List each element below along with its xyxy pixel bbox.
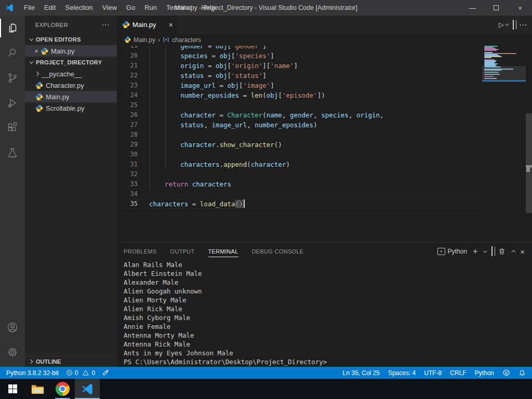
start-button[interactable]	[0, 379, 25, 399]
run-debug-activity-button[interactable]	[0, 90, 25, 115]
close-window-button[interactable]: ×	[508, 0, 532, 16]
chrome-taskbar-button[interactable]	[50, 379, 75, 399]
run-python-file-button[interactable]: ▷	[499, 21, 508, 29]
code-line-33[interactable]: 33 return characters	[117, 179, 482, 189]
python-interpreter-status[interactable]: Python 3.8.2 32-bit	[6, 369, 59, 377]
file-tree-item-main.py[interactable]: Main.py	[25, 91, 117, 102]
close-panel-icon[interactable]: ×	[520, 247, 525, 256]
minimize-button[interactable]: —	[460, 0, 484, 16]
code-line-29[interactable]: 29 character.show_character()	[117, 140, 482, 150]
split-terminal-button[interactable]	[491, 247, 493, 256]
vscode-taskbar-button[interactable]	[75, 379, 100, 399]
menu-item-go[interactable]: Go	[122, 0, 140, 16]
code-line-26[interactable]: 26 character = Character(name, gender, s…	[117, 110, 482, 120]
code-line-28[interactable]: 28	[117, 130, 482, 140]
code-line-24[interactable]: 24 number_eposides = len(obj['episode'])	[117, 90, 482, 100]
maximize-button[interactable]	[484, 0, 508, 16]
launch-status[interactable]	[102, 369, 110, 377]
maximize-panel-icon[interactable]	[511, 250, 515, 254]
python-file-icon	[122, 21, 130, 29]
text-cursor	[244, 200, 245, 208]
notifications-button[interactable]	[518, 369, 526, 377]
terminal-dropdown-icon[interactable]	[484, 249, 487, 252]
code-line-35[interactable]: 35characters = load_data()	[117, 199, 482, 209]
search-activity-button[interactable]	[0, 41, 25, 65]
code-line-19[interactable]: 19 gender = obj['gender']	[117, 46, 482, 51]
menu-item-run[interactable]: Run	[140, 0, 162, 16]
file-name: Scrollable.py	[46, 104, 84, 112]
code-line-22[interactable]: 22 status = obj['status']	[117, 71, 482, 81]
code-line-27[interactable]: 27 status, image_url, number_eposides)	[117, 120, 482, 130]
problems-status[interactable]: 0 0	[66, 369, 95, 377]
line-number: 32	[117, 169, 138, 179]
code-line-25[interactable]: 25	[117, 100, 482, 110]
code-line-30[interactable]: 30	[117, 150, 482, 159]
eol-status[interactable]: CRLF	[450, 369, 466, 377]
indentation-status[interactable]: Spaces: 4	[388, 369, 416, 377]
scrollbar-thumb[interactable]	[526, 113, 532, 213]
explorer-title: EXPLORER	[35, 22, 68, 28]
activity-bar	[0, 16, 25, 367]
menu-item-file[interactable]: File	[19, 0, 39, 16]
open-editors-section-header[interactable]: OPEN EDITORS	[25, 34, 117, 45]
code-line-20[interactable]: 20 species = obj['species']	[117, 51, 482, 61]
panel-tabs: PROBLEMSOUTPUTTERMINALDEBUG CONSOLE	[124, 246, 317, 257]
code-line-31[interactable]: 31 characters.append(character)	[117, 159, 482, 169]
status-bar-right: Ln 35, Col 25 Spaces: 4 UTF-8 CRLF Pytho…	[343, 369, 532, 377]
terminal-line: Alien Morty Male	[124, 296, 532, 304]
file-tree-item-scrollable.py[interactable]: Scrollable.py	[25, 102, 117, 114]
project-directory-section-header[interactable]: PROJECT_DIRECTORY	[25, 57, 117, 68]
code-line-23[interactable]: 23 image_url = obj['image']	[117, 81, 482, 90]
breadcrumb-file[interactable]: Main.py	[134, 36, 155, 44]
file-name: __pycache__	[42, 70, 82, 78]
new-terminal-button[interactable]: +	[473, 247, 477, 256]
terminal-output[interactable]: Alan Rails MaleAlbert Einstein MaleAlexa…	[124, 260, 532, 367]
extensions-activity-button[interactable]	[0, 115, 25, 140]
code-text: species = obj['species']	[138, 51, 274, 61]
testing-activity-button[interactable]	[0, 140, 25, 165]
minimap[interactable]	[482, 46, 526, 242]
terminal-line: Antenna Rick Male	[124, 340, 532, 349]
code-editor[interactable]: 19 gender = obj['gender']20 species = ob…	[117, 46, 532, 242]
chrome-icon	[56, 382, 70, 396]
file-tree-item-__pycache__[interactable]: __pycache__	[25, 68, 117, 79]
settings-button[interactable]	[0, 340, 25, 365]
menu-item-edit[interactable]: Edit	[39, 0, 60, 16]
file-tree-item-character.py[interactable]: Character.py	[25, 79, 117, 91]
window-title: Main.py - Project_Directory - Visual Stu…	[175, 4, 357, 11]
tab-mainpy[interactable]: Main.py ×	[117, 16, 177, 34]
accounts-button[interactable]	[0, 315, 25, 340]
split-editor-button[interactable]	[513, 20, 514, 30]
encoding-status[interactable]: UTF-8	[424, 369, 442, 377]
editor-scrollbar[interactable]	[526, 46, 532, 242]
code-text: character.show_character()	[138, 140, 282, 150]
panel-tab-debug-console[interactable]: DEBUG CONSOLE	[252, 246, 304, 257]
breadcrumb-symbol[interactable]: characters	[172, 36, 201, 44]
kill-terminal-trash-icon[interactable]	[498, 248, 506, 255]
code-line-34[interactable]: 34	[117, 189, 482, 199]
menu-item-view[interactable]: View	[98, 0, 122, 16]
more-actions-button[interactable]: ⋯	[519, 20, 527, 30]
code-line-32[interactable]: 32	[117, 169, 482, 179]
terminal-shell-picker[interactable]: > Python	[437, 248, 467, 255]
outline-section-header[interactable]: OUTLINE	[25, 356, 117, 367]
open-editor-item-mainpy[interactable]: × Main.py	[25, 45, 117, 57]
panel-tab-problems[interactable]: PROBLEMS	[124, 246, 157, 257]
menu-item-selection[interactable]: Selection	[60, 0, 97, 16]
source-control-activity-button[interactable]	[0, 65, 25, 90]
close-editor-icon[interactable]: ×	[32, 47, 41, 55]
terminal-line: PS C:\Users\Administrator\Desktop\Projec…	[124, 357, 532, 366]
explorer-activity-button[interactable]	[0, 16, 25, 41]
file-explorer-taskbar-button[interactable]	[25, 379, 50, 399]
line-number: 30	[117, 150, 138, 159]
panel-tab-output[interactable]: OUTPUT	[170, 246, 195, 257]
views-more-actions-button[interactable]: ⋯	[102, 20, 110, 30]
breadcrumb-separator: ›	[158, 36, 160, 44]
bell-icon	[518, 369, 526, 377]
cursor-position-status[interactable]: Ln 35, Col 25	[343, 369, 380, 377]
language-mode-status[interactable]: Python	[475, 369, 494, 377]
feedback-button[interactable]	[502, 369, 510, 377]
close-tab-icon[interactable]: ×	[169, 21, 173, 29]
code-line-21[interactable]: 21 origin = obj['origin']['name']	[117, 61, 482, 71]
panel-tab-terminal[interactable]: TERMINAL	[208, 246, 238, 257]
